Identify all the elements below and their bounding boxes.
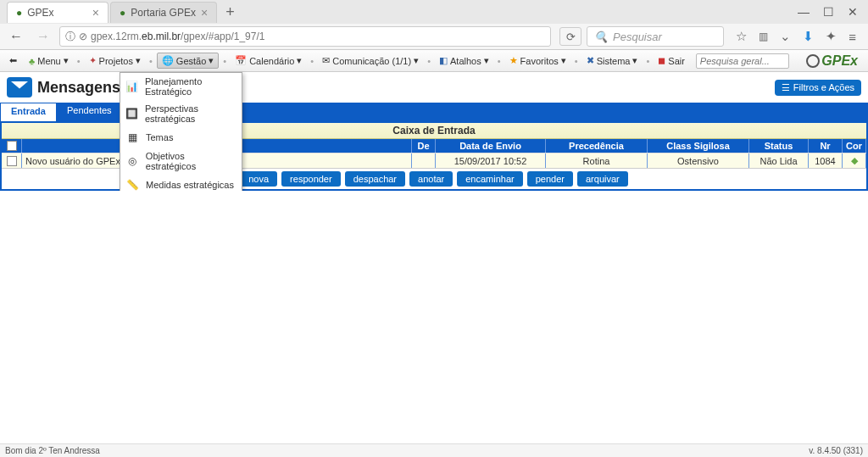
action-nova[interactable]: nova <box>240 171 277 187</box>
toolbar-projetos[interactable]: ✦Projetos▾ <box>85 53 145 68</box>
col-de[interactable]: De <box>412 139 436 153</box>
dropdown-item-2[interactable]: ▦Temas <box>120 127 242 148</box>
separator: • <box>309 56 314 66</box>
action-pender[interactable]: pender <box>527 171 573 187</box>
shield-icon: ⓘ <box>65 30 75 44</box>
pocket-icon[interactable]: ⌄ <box>780 29 791 44</box>
col-nr[interactable]: Nr <box>809 139 843 153</box>
dropdown-item-0[interactable]: 📊Planejamento Estratégico <box>120 73 242 100</box>
col-cor[interactable]: Cor <box>843 139 866 153</box>
toolbar-atalhos[interactable]: ◧Atalhos▾ <box>435 53 493 68</box>
action-responder[interactable]: responder <box>281 171 341 187</box>
row-checkbox[interactable] <box>7 156 17 166</box>
col-data-envio[interactable]: Data de Envio <box>436 139 546 153</box>
search-placeholder: Pesquisar <box>613 31 662 43</box>
star-icon: ★ <box>509 55 518 66</box>
select-all-checkbox[interactable] <box>7 141 17 151</box>
chevron-down-icon: ▾ <box>136 55 141 66</box>
action-anotar[interactable]: anotar <box>409 171 453 187</box>
toolbar-favoritos[interactable]: ★Favoritos▾ <box>505 53 570 68</box>
chevron-down-icon: ▾ <box>484 55 489 66</box>
browser-tab-gpex[interactable]: ● GPEx × <box>7 2 108 23</box>
menu-item-label: Temas <box>146 132 173 142</box>
tab-entrada[interactable]: Entrada <box>0 103 57 121</box>
separator: • <box>222 56 227 66</box>
extension-icon[interactable]: ✦ <box>826 29 837 44</box>
action-arquivar[interactable]: arquivar <box>577 171 628 187</box>
menu-item-icon: 📊 <box>125 80 138 93</box>
search-icon: 🔍 <box>594 31 608 43</box>
library-icon[interactable]: ▥ <box>759 31 768 42</box>
global-search-input[interactable] <box>696 53 789 69</box>
logo-ring-icon <box>806 54 820 68</box>
mail-icon: ✉ <box>322 55 330 66</box>
envelope-icon <box>7 77 32 98</box>
browser-tab-portaria[interactable]: ● Portaria GPEx × <box>110 2 217 23</box>
tab-pendentes[interactable]: Pendentes <box>57 103 123 121</box>
menu-item-icon: 📏 <box>125 178 139 191</box>
separator: • <box>645 56 650 66</box>
projects-icon: ✦ <box>89 55 97 66</box>
cell-de <box>412 153 436 168</box>
menu-item-icon: 🔲 <box>125 107 138 120</box>
separator: • <box>76 56 81 66</box>
browser-toolbar-icons: ☆ ▥ ⌄ ⬇ ✦ ≡ <box>729 29 863 44</box>
cell-nr: 1084 <box>809 153 843 168</box>
chevron-down-icon: ▾ <box>632 55 637 66</box>
lock-icon: ⊘ <box>79 31 87 42</box>
back-button[interactable]: ← <box>5 25 27 47</box>
download-icon[interactable]: ⬇ <box>803 29 814 44</box>
toolbar-sair[interactable]: ◼Sair <box>654 53 689 68</box>
filter-icon: ☰ <box>782 82 790 93</box>
menu-item-label: Perspectivas estratégicas <box>145 103 236 124</box>
col-precedencia[interactable]: Precedência <box>546 139 648 153</box>
app-toolbar: ⬅ ♣Menu▾ • ✦Projetos▾ • 🌐Gestão▾ • 📅Cale… <box>0 50 868 72</box>
col-status[interactable]: Status <box>749 139 809 153</box>
maximize-icon[interactable]: ☐ <box>823 5 834 19</box>
exit-icon: ◼ <box>658 55 665 66</box>
forward-button[interactable]: → <box>32 25 54 47</box>
dropdown-item-3[interactable]: ◎Objetivos estratégicos <box>120 148 242 175</box>
refresh-button[interactable]: ⟳ <box>559 27 581 46</box>
menu-item-label: Objetivos estratégicos <box>146 151 236 171</box>
close-icon[interactable]: × <box>92 6 99 20</box>
action-encaminhar[interactable]: encaminhar <box>457 171 522 187</box>
minimize-icon[interactable]: — <box>798 5 810 19</box>
toolbar-gestao[interactable]: 🌐Gestão▾ <box>157 53 219 69</box>
dropdown-item-1[interactable]: 🔲Perspectivas estratégicas <box>120 100 242 127</box>
separator: • <box>574 56 579 66</box>
back-icon: ⬅ <box>9 55 17 66</box>
col-class-sigilosa[interactable]: Class Sigilosa <box>648 139 749 153</box>
menu-icon[interactable]: ≡ <box>849 30 856 44</box>
browser-chrome: ● GPEx × ● Portaria GPEx × + — ☐ ✕ ← → ⓘ… <box>0 0 868 50</box>
toolbar-sistema[interactable]: ✖Sistema▾ <box>582 53 643 68</box>
toolbar-menu[interactable]: ♣Menu▾ <box>25 53 73 68</box>
toolbar-back[interactable]: ⬅ <box>5 53 21 68</box>
address-row: ← → ⓘ ⊘ gpex.12rm.eb.mil.br/gpex/#app/1_… <box>0 24 868 49</box>
menu-item-label: Medidas estratégicas <box>146 180 234 190</box>
toolbar-calendario[interactable]: 📅Calendário▾ <box>231 53 306 68</box>
filters-actions-button[interactable]: ☰ Filtros e Ações <box>775 80 861 96</box>
browser-search[interactable]: 🔍 Pesquisar <box>587 26 724 47</box>
toolbar-comunicacao[interactable]: ✉Comunicação (1/1)▾ <box>318 53 423 68</box>
gpex-logo: GPEx <box>806 53 863 69</box>
close-window-icon[interactable]: ✕ <box>848 5 858 19</box>
globe-icon: ♣ <box>29 56 35 66</box>
bookmark-icon[interactable]: ☆ <box>736 29 747 44</box>
tab-label: GPEx <box>27 7 53 19</box>
tab-label: Portaria GPEx <box>131 7 196 19</box>
chevron-down-icon: ▾ <box>64 55 69 66</box>
close-icon[interactable]: × <box>201 6 208 20</box>
new-tab-button[interactable]: + <box>219 2 242 23</box>
content-area: Mensagens ☰ Filtros e Ações Entrada Pend… <box>0 72 868 191</box>
chevron-down-icon: ▾ <box>561 55 566 66</box>
menu-item-icon: ◎ <box>125 154 139 168</box>
calendar-icon: 📅 <box>235 55 247 66</box>
menu-item-icon: ▦ <box>125 131 139 144</box>
chevron-down-icon: ▾ <box>209 55 214 66</box>
dropdown-item-4[interactable]: 📏Medidas estratégicas <box>120 175 242 191</box>
cell-class: Ostensivo <box>648 153 749 168</box>
cell-date: 15/09/2017 10:52 <box>436 153 546 168</box>
address-bar[interactable]: ⓘ ⊘ gpex.12rm.eb.mil.br/gpex/#app/1_97/1 <box>59 26 551 47</box>
action-despachar[interactable]: despachar <box>345 171 405 187</box>
